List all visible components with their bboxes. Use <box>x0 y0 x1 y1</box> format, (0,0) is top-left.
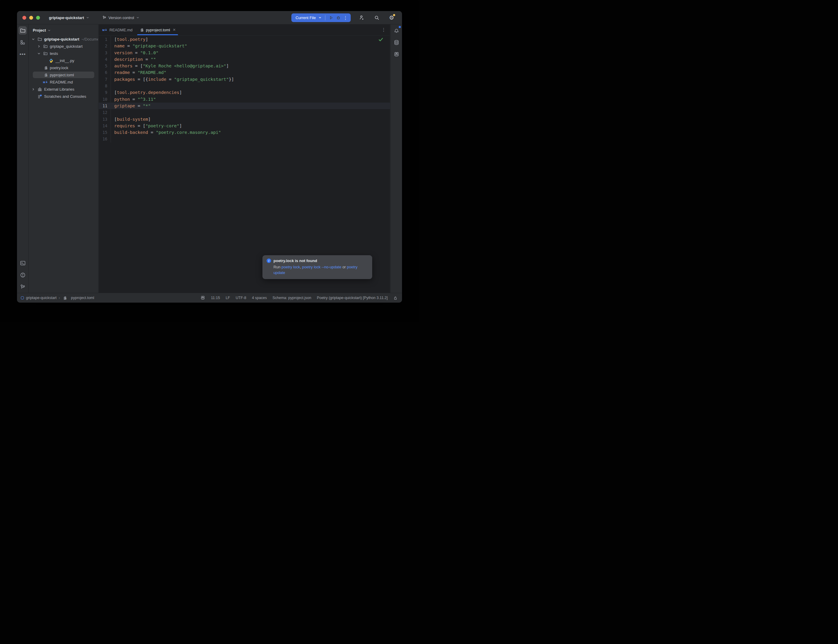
code-line-6[interactable]: 6readme = "README.md" <box>99 69 390 76</box>
project-panel-header[interactable]: Project <box>29 25 98 36</box>
play-icon[interactable] <box>329 15 334 20</box>
add-user-button[interactable] <box>358 14 366 21</box>
close-tab-icon[interactable]: ✕ <box>173 28 176 32</box>
svg-text:M: M <box>43 80 45 84</box>
interpreter-widget[interactable]: Poetry (griptape-quickstart) [Python 3.1… <box>317 296 388 300</box>
line-number[interactable]: 8 <box>99 82 111 89</box>
code-line-14[interactable]: 14requires = ["poetry-core"] <box>99 123 390 129</box>
tab-options-button[interactable]: ⋮ <box>381 25 390 35</box>
code-line-2[interactable]: 2name = "griptape-quickstart" <box>99 43 390 49</box>
toml-file-icon: [T] <box>62 296 67 300</box>
kebab-menu-icon: ⋮ <box>381 27 386 33</box>
vcs-widget[interactable]: Version control <box>102 15 139 20</box>
encoding-widget[interactable]: UTF-8 <box>236 296 246 300</box>
line-number[interactable]: 12 <box>99 109 111 116</box>
line-number[interactable]: 4 <box>99 56 111 62</box>
settings-button[interactable]: ⚙ <box>388 14 396 21</box>
indent-widget[interactable]: 4 spaces <box>252 296 267 300</box>
line-number[interactable]: 3 <box>99 49 111 56</box>
project-switcher[interactable]: griptape-quickstart <box>49 15 89 20</box>
search-everywhere-button[interactable] <box>373 14 381 21</box>
inspections-status[interactable] <box>379 38 383 41</box>
problems-toolwindow-button[interactable] <box>18 271 27 279</box>
code-line-5[interactable]: 5authors = ["Kyle Roche <hello@griptape.… <box>99 62 390 69</box>
project-toolwindow-button[interactable] <box>18 26 27 34</box>
line-number[interactable]: 2 <box>99 43 111 49</box>
tab-readme-md[interactable]: MREADME.md <box>99 25 136 35</box>
line-number[interactable]: 10 <box>99 96 111 103</box>
tree-item-readme-md[interactable]: MREADME.md <box>29 79 98 85</box>
tree-item-pyproject-toml[interactable]: [T]pyproject.toml <box>29 71 98 79</box>
chevron-down-icon[interactable] <box>37 52 43 55</box>
tree-item-tests[interactable]: tests <box>29 50 98 57</box>
database-toolwindow-button[interactable] <box>392 38 401 46</box>
code-editor[interactable]: 1[tool.poetry]2name = "griptape-quicksta… <box>99 36 390 293</box>
editor-tabs: MREADME.md[T]pyproject.toml✕ <box>99 25 179 35</box>
line-number[interactable]: 1 <box>99 36 111 43</box>
code-line-8[interactable]: 8 <box>99 82 390 89</box>
code-line-text: [build-system] <box>111 116 151 123</box>
minimize-window-button[interactable] <box>29 16 33 20</box>
notification-link-poetry-lock[interactable]: poetry lock <box>281 265 300 269</box>
code-line-4[interactable]: 4description = "" <box>99 56 390 62</box>
line-number[interactable]: 7 <box>99 76 111 82</box>
maximize-window-button[interactable] <box>36 16 40 20</box>
code-line-text: version = "0.1.0" <box>111 49 158 56</box>
line-number[interactable]: 5 <box>99 62 111 69</box>
code-line-11[interactable]: 11griptape = "*" <box>99 103 390 109</box>
code-line-16[interactable]: 16 <box>99 136 390 142</box>
tree-item--init-py[interactable]: __init__.py <box>29 57 98 64</box>
chevron-down-icon[interactable] <box>31 38 37 41</box>
version-control-toolwindow-button[interactable] <box>18 283 27 291</box>
ai-assistant-toolwindow-button[interactable] <box>392 50 401 58</box>
chevron-down-icon[interactable] <box>319 16 322 19</box>
branch-icon <box>20 284 25 289</box>
chevron-down-icon <box>48 29 51 32</box>
line-number[interactable]: 13 <box>99 116 111 123</box>
structure-toolwindow-button[interactable] <box>18 38 27 46</box>
tree-item-scratches-and-consoles[interactable]: Scratches and Consoles <box>29 93 98 100</box>
run-more-menu-icon[interactable]: ⋮ <box>343 15 348 20</box>
line-number[interactable]: 14 <box>99 123 111 129</box>
tree-item-external-libraries[interactable]: External Libraries <box>29 85 98 93</box>
chevron-right-icon[interactable] <box>37 45 43 48</box>
terminal-toolwindow-button[interactable] <box>18 259 27 267</box>
line-number[interactable]: 16 <box>99 136 111 142</box>
bug-icon[interactable] <box>336 15 340 20</box>
code-line-text: [tool.poetry] <box>111 36 148 43</box>
code-line-13[interactable]: 13[build-system] <box>99 116 390 123</box>
breadcrumb-project[interactable]: griptape-quickstart <box>26 296 57 300</box>
line-number[interactable]: 15 <box>99 129 111 136</box>
tab-pyproject-toml[interactable]: [T]pyproject.toml✕ <box>136 25 179 35</box>
ai-assistant-status-icon[interactable] <box>200 296 205 300</box>
markdown-icon: M <box>102 28 107 32</box>
line-number[interactable]: 9 <box>99 89 111 96</box>
tree-item-poetry-lock[interactable]: [T]poetry.lock <box>29 64 98 71</box>
chevron-right-icon[interactable] <box>31 88 37 91</box>
line-separator-widget[interactable]: LF <box>226 296 230 300</box>
code-line-12[interactable]: 12 <box>99 109 390 116</box>
package-icon <box>43 44 48 49</box>
tree-item-label: griptape_quickstart <box>50 44 82 49</box>
notification-link-poetry-lock-no-update[interactable]: poetry lock --no-update <box>302 265 342 269</box>
code-line-7[interactable]: 7packages = [{include = "griptape_quicks… <box>99 76 390 82</box>
notification-balloon[interactable]: i poetry.lock is not found Run poetry lo… <box>263 255 372 279</box>
project-tool-window: Project griptape-quickstart~/Documegript… <box>29 25 99 293</box>
notifications-button[interactable] <box>392 26 401 34</box>
caret-position-widget[interactable]: 11:15 <box>211 296 220 300</box>
close-window-button[interactable] <box>22 16 26 20</box>
code-line-10[interactable]: 10python = "^3.11" <box>99 96 390 103</box>
tree-item-griptape-quickstart[interactable]: griptape_quickstart <box>29 43 98 50</box>
code-line-9[interactable]: 9[tool.poetry.dependencies] <box>99 89 390 96</box>
tree-item-griptape-quickstart[interactable]: griptape-quickstart~/Docume <box>29 36 98 43</box>
code-line-1[interactable]: 1[tool.poetry] <box>99 36 390 43</box>
line-number[interactable]: 6 <box>99 69 111 76</box>
schema-widget[interactable]: Schema: pyproject.json <box>273 296 311 300</box>
run-config-selector[interactable]: Current File <box>296 15 316 20</box>
code-line-15[interactable]: 15build-backend = "poetry.core.masonry.a… <box>99 129 390 136</box>
breadcrumb-file[interactable]: pyproject.toml <box>71 296 94 300</box>
code-line-3[interactable]: 3version = "0.1.0" <box>99 49 390 56</box>
lock-icon[interactable] <box>393 296 398 300</box>
more-toolwindows-button[interactable]: ••• <box>18 50 27 58</box>
line-number[interactable]: 11 <box>99 103 111 109</box>
